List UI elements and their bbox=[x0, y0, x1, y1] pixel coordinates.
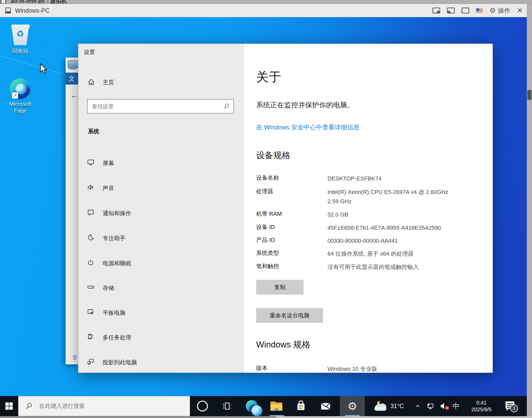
weather-icon[interactable] bbox=[374, 401, 387, 411]
rename-pc-button[interactable]: 重命名这台电脑 bbox=[256, 308, 323, 323]
sidebar-item-storage[interactable]: 存储 bbox=[78, 282, 244, 294]
speaker-icon bbox=[87, 183, 95, 191]
settings-window-title: 设置 bbox=[84, 48, 95, 56]
sidebar-item-home[interactable]: 主页 bbox=[78, 76, 244, 89]
settings-search-box[interactable] bbox=[87, 99, 234, 114]
search-icon bbox=[25, 402, 33, 410]
cortana-button[interactable] bbox=[190, 396, 215, 416]
sidebar-item-multitasking[interactable]: 多任务处理 bbox=[78, 331, 244, 344]
shortcut-arrow-icon: ↗ bbox=[12, 92, 18, 99]
background-window-partial[interactable]: 文 ← 9 bbox=[66, 58, 78, 364]
ime-indicator[interactable]: 中 bbox=[453, 402, 459, 411]
vm-actions-button[interactable]: ⚙ 操作 bbox=[489, 6, 510, 15]
power-icon bbox=[87, 259, 95, 266]
mouse-cursor bbox=[39, 63, 49, 75]
sidebar-item-label: 多任务处理 bbox=[103, 334, 131, 342]
spec-value: 00330-80000-00000-AA441 bbox=[327, 236, 478, 246]
sidebar-item-label: 屏幕 bbox=[103, 159, 114, 167]
edge-icon bbox=[246, 400, 258, 412]
volume-muted-icon[interactable]: ✕ bbox=[439, 402, 448, 410]
chevron-up-icon[interactable] bbox=[414, 403, 421, 409]
spec-label: 产品 ID bbox=[256, 236, 324, 244]
sidebar-item-projecting[interactable]: 投影到此电脑 bbox=[78, 356, 244, 368]
gear-icon: ⚙ bbox=[489, 6, 496, 15]
taskbar-edge-button[interactable] bbox=[239, 396, 264, 416]
spec-value: Windows 10 专业版 bbox=[327, 364, 478, 373]
sidebar-item-focus-assist[interactable]: 专注助手 bbox=[78, 232, 244, 244]
clock-time: 0:41 bbox=[471, 399, 492, 406]
taskbar-mail-button[interactable] bbox=[313, 396, 338, 416]
copy-button[interactable]: 复制 bbox=[256, 280, 304, 295]
multitask-icon bbox=[87, 333, 95, 340]
recycle-bin-shortcut[interactable]: ♻ 回收站 bbox=[3, 24, 37, 54]
sidebar-item-label: 平板电脑 bbox=[103, 309, 125, 317]
notification-badge: 1 bbox=[510, 405, 518, 412]
system-tray: 31°C bbox=[374, 396, 404, 416]
settings-window: 设置 主页 系统 bbox=[78, 44, 493, 373]
temperature-label[interactable]: 31°C bbox=[390, 403, 404, 410]
view-mode-3-button[interactable] bbox=[461, 8, 469, 13]
settings-search-input[interactable] bbox=[91, 100, 217, 114]
sidebar-section-title: 系统 bbox=[88, 128, 99, 135]
spec-value: Intel(R) Xeon(R) CPU E5-2697A v4 @ 2.60G… bbox=[327, 187, 478, 206]
windows-spec-heading: Windows 规格 bbox=[256, 339, 310, 351]
search-icon bbox=[223, 103, 230, 110]
selected-item-partial: 文 bbox=[66, 73, 78, 85]
vm-app-titlebar: all-in-one-pc - 虚拟机 bbox=[0, 0, 532, 4]
mail-icon bbox=[320, 400, 332, 412]
windows-logo-icon bbox=[5, 402, 13, 410]
spec-label: 设备 ID bbox=[256, 223, 324, 231]
partial-text: 9 bbox=[73, 354, 76, 362]
page-title: 关于 bbox=[256, 69, 281, 85]
sidebar-item-label: 电源和睡眠 bbox=[103, 260, 131, 267]
store-icon bbox=[295, 400, 307, 412]
protection-status-text: 系统正在监控并保护你的电脑。 bbox=[256, 100, 354, 110]
spec-label: 机带 RAM bbox=[256, 210, 324, 218]
recycle-bin-label: 回收站 bbox=[3, 48, 37, 54]
taskbar-file-explorer-button[interactable] bbox=[264, 396, 289, 416]
vertical-scrollbar-thumb[interactable] bbox=[527, 90, 531, 100]
network-icon[interactable] bbox=[426, 402, 435, 410]
view-mode-2-button[interactable] bbox=[447, 8, 455, 13]
sidebar-item-display[interactable]: 屏幕 bbox=[78, 157, 244, 169]
edge-label: Microsoft Edge bbox=[5, 101, 36, 114]
sidebar-item-tablet[interactable]: 平板电脑 bbox=[78, 306, 244, 319]
notification-icon: 1 bbox=[506, 401, 517, 411]
clock[interactable]: 0:41 2025/9/5 bbox=[462, 396, 501, 416]
sidebar-item-power-sleep[interactable]: 电源和睡眠 bbox=[78, 257, 244, 269]
spec-label: 版本 bbox=[256, 364, 324, 372]
screen: all-in-one-pc - 虚拟机 Windows-PC bbox=[0, 0, 532, 418]
start-button[interactable] bbox=[0, 396, 18, 416]
vm-close-button[interactable]: ✕ bbox=[517, 6, 523, 15]
recycle-bin-icon: ♻ bbox=[11, 24, 30, 46]
notification-icon bbox=[87, 208, 95, 216]
horizontal-scrollbar-thumb[interactable] bbox=[0, 416, 276, 418]
edge-shortcut[interactable]: ↗ Microsoft Edge bbox=[3, 78, 37, 114]
spec-label: 设备名称 bbox=[256, 174, 324, 182]
task-view-button[interactable] bbox=[215, 396, 240, 416]
back-arrow-icon[interactable]: ← bbox=[70, 91, 78, 100]
vm-app-title: all-in-one-pc - 虚拟机 bbox=[11, 0, 67, 4]
taskbar-settings-button[interactable]: ⚙ bbox=[340, 396, 365, 416]
horizontal-scrollbar[interactable] bbox=[0, 416, 527, 418]
taskbar: ⚙ 31°C ✕ 中 0:41 2025/9/ bbox=[0, 396, 527, 416]
taskbar-search-input[interactable] bbox=[39, 402, 180, 410]
action-center-button[interactable]: 1 bbox=[506, 396, 517, 416]
home-icon bbox=[87, 78, 95, 86]
device-spec-heading: 设备规格 bbox=[256, 150, 290, 161]
keyboard-layout-flag-icon[interactable] bbox=[476, 8, 483, 13]
spec-value: 32.0 GB bbox=[327, 210, 478, 219]
sidebar-item-sound[interactable]: 声音 bbox=[78, 182, 244, 194]
taskbar-search-box[interactable] bbox=[18, 396, 190, 416]
tray-icons: ✕ 中 bbox=[414, 396, 459, 416]
view-mode-1-button[interactable] bbox=[432, 8, 440, 13]
vm-toolbar-surface: Windows-PC ⚙ 操作 bbox=[0, 4, 530, 17]
sidebar-item-notifications[interactable]: 通知和操作 bbox=[78, 207, 244, 219]
sidebar-item-label: 声音 bbox=[103, 184, 114, 192]
sidebar-item-label: 投影到此电脑 bbox=[103, 359, 137, 366]
spec-label: 笔和触控 bbox=[256, 262, 324, 270]
security-center-link[interactable]: 在 Windows 安全中心中查看详细信息 bbox=[256, 123, 360, 131]
vertical-scrollbar[interactable] bbox=[527, 4, 532, 418]
taskbar-store-button[interactable] bbox=[289, 396, 313, 416]
gear-icon: ⚙ bbox=[347, 400, 357, 413]
